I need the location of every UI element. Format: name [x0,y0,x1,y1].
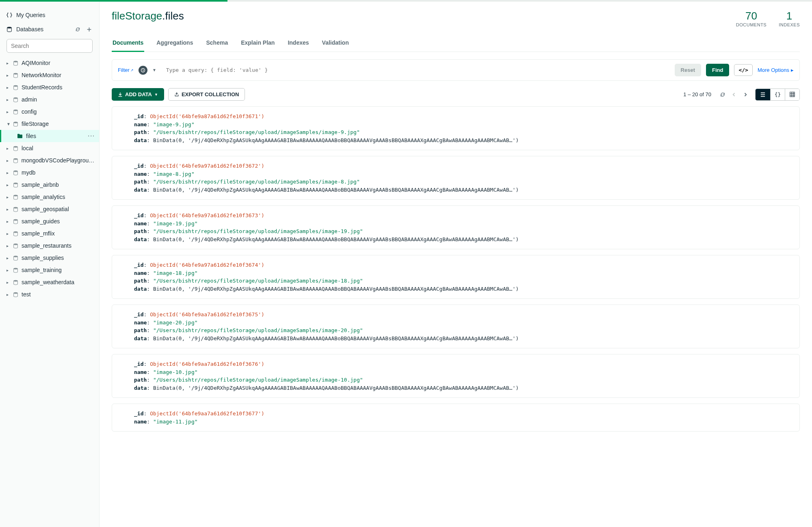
doc-value: "/Users/bishtr/repos/fileStorage/upload/… [153,326,363,335]
sidebar-db-item[interactable]: ▸test [0,288,99,300]
database-icon [13,85,18,90]
document-card[interactable]: _id: ObjectId('64bfe9a97a61d62fe10f3673'… [112,205,800,249]
sidebar-db-item[interactable]: ▸sample_mflix [0,227,99,240]
sidebar-db-item[interactable]: ▸NetworkMonitor [0,69,99,81]
tab-indexes[interactable]: Indexes [287,35,310,52]
refresh-databases-icon[interactable] [74,26,81,33]
database-icon [13,280,18,285]
sidebar-db-item[interactable]: ▸sample_supplies [0,252,99,264]
chevron-icon: ▸ [6,73,10,78]
tab-explain-plan[interactable]: Explain Plan [240,35,275,52]
add-database-icon[interactable] [85,26,93,33]
chevron-icon: ▸ [6,256,10,260]
document-card[interactable]: _id: ObjectId('64bfe9aa7a61d62fe10f3675'… [112,305,800,348]
doc-value: "/Users/bishtr/repos/fileStorage/upload/… [153,178,360,186]
sidebar-db-item[interactable]: ▸config [0,106,99,118]
document-card[interactable]: _id: ObjectId('64bfe9aa7a61d62fe10f3676'… [112,354,800,398]
database-icon [13,60,18,66]
doc-value: BinData(0, '/9j/4QDeRXhpZgAASUkqAAgAAAAG… [153,335,519,343]
database-icon [13,109,18,114]
tab-documents[interactable]: Documents [112,35,144,52]
doc-key: name [134,319,147,327]
next-page-icon[interactable] [740,89,751,100]
query-input[interactable] [161,67,670,73]
chevron-down-icon[interactable]: ▼ [152,68,156,72]
document-card[interactable]: _id: ObjectId('64bfe9a87a61d62fe10f3671'… [112,106,800,150]
database-icon [13,231,18,236]
more-options-icon[interactable]: ··· [88,133,95,139]
breadcrumb: fileStorage.files [112,10,184,22]
sidebar-db-item[interactable]: ▸local [0,142,99,154]
doc-value: ObjectId('64bfe9a97a61d62fe10f3672') [150,162,264,170]
doc-value: BinData(0, '/9j/4QDeRXhpZgAASUkqAAgAAAAG… [153,285,519,293]
tab-schema[interactable]: Schema [205,35,229,52]
doc-key: _id [134,311,143,319]
add-data-button[interactable]: ADD DATA ▼ [112,88,164,101]
doc-value: "image-10.jpg" [153,368,198,376]
sidebar-db-item[interactable]: ▸sample_guides [0,215,99,227]
document-card[interactable]: _id: ObjectId('64bfe9a97a61d62fe10f3672'… [112,156,800,200]
chevron-icon: ▸ [6,219,10,224]
doc-key: data [134,384,147,392]
db-label: sample_mflix [22,230,55,237]
prev-page-icon[interactable] [728,89,740,100]
doc-value: BinData(0, '/9j/4QDeRXhpZgAASUkqAAgAAAAG… [153,186,519,194]
sidebar-db-item[interactable]: ▸sample_training [0,264,99,276]
sidebar-db-item[interactable]: ▸mongodbVSCodePlayground... [0,154,99,166]
doc-value: ObjectId('64bfe9aa7a61d62fe10f3676') [150,360,264,368]
chevron-icon: ▼ [6,122,10,126]
databases-nav[interactable]: Databases [0,22,99,37]
chevron-icon: ▸ [6,231,10,236]
doc-value: "image-11.jpg" [153,418,198,426]
chevron-icon: ▸ [6,158,10,163]
doc-key: name [134,220,147,228]
sidebar-db-item[interactable]: ▸sample_restaurants [0,240,99,252]
view-list-button[interactable] [756,89,770,100]
sidebar-db-item[interactable]: ▸mydb [0,166,99,179]
tab-aggregations[interactable]: Aggregations [156,35,194,52]
sidebar-collection-item[interactable]: files··· [0,130,99,142]
breadcrumb-coll: .files [162,10,184,22]
sidebar-db-item[interactable]: ▸StudentRecords [0,81,99,93]
sidebar-db-item[interactable]: ▸sample_geospatial [0,203,99,215]
collection-label: files [26,133,36,139]
view-table-button[interactable] [785,89,799,100]
chevron-icon: ▸ [6,146,10,151]
sidebar-db-item[interactable]: ▸AQIMonitor [0,57,99,69]
my-queries-label: My Queries [16,12,45,18]
search-input[interactable] [6,39,93,53]
refresh-icon[interactable] [717,89,728,100]
document-toolbar: ADD DATA ▼ EXPORT COLLECTION 1 – 20 of 7… [112,88,800,101]
database-icon [13,170,18,175]
doc-key: _id [134,410,143,418]
sidebar-db-item[interactable]: ▸admin [0,93,99,106]
sidebar-db-item[interactable]: ▸sample_airbnb [0,179,99,191]
view-mode-group: {} [755,89,800,101]
more-options-link[interactable]: More Options ▸ [758,67,794,73]
my-queries-nav[interactable]: My Queries [0,8,99,22]
db-label: sample_weatherdata [22,279,74,285]
doc-key: data [134,235,147,244]
sidebar-db-item[interactable]: ▸sample_analytics [0,191,99,203]
sidebar-db-item[interactable]: ▼fileStorage [0,118,99,130]
view-json-button[interactable]: {} [770,89,785,100]
export-collection-button[interactable]: EXPORT COLLECTION [168,88,245,101]
document-card[interactable]: _id: ObjectId('64bfe9aa7a61d62fe10f3677'… [112,404,800,432]
doc-key: name [134,121,147,129]
code-toggle-button[interactable]: </> [734,64,752,76]
history-icon[interactable] [139,66,147,75]
pagination-info: 1 – 20 of 70 [683,91,711,97]
doc-value: ObjectId('64bfe9aa7a61d62fe10f3677') [150,410,264,418]
chevron-icon: ▸ [6,268,10,272]
doc-key: _id [134,360,143,368]
doc-value: BinData(0, '/9j/4QDeRXhpZgAASUkqAAgAAAAG… [153,384,519,392]
doc-value: "image-8.jpg" [153,170,195,178]
document-card[interactable]: _id: ObjectId('64bfe9a97a61d62fe10f3674'… [112,255,800,299]
tab-validation[interactable]: Validation [321,35,350,52]
filter-link[interactable]: Filter↗ [118,67,134,73]
folder-icon [17,134,23,138]
find-button[interactable]: Find [706,64,729,76]
reset-button[interactable]: Reset [675,64,701,76]
sidebar-db-item[interactable]: ▸sample_weatherdata [0,276,99,288]
braces-icon [6,12,12,18]
